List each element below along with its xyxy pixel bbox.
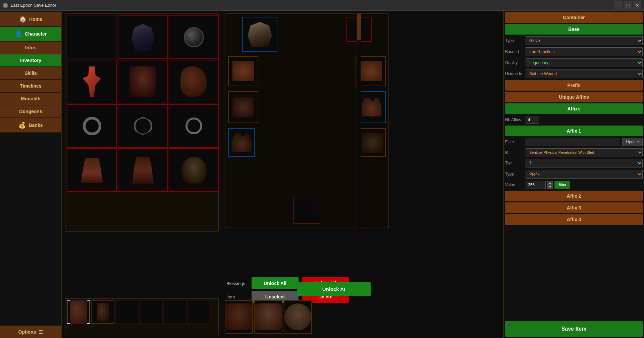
- char-slot-helm[interactable]: [242, 17, 277, 52]
- sidebar-label-home: Home: [29, 16, 42, 22]
- affix1-button[interactable]: Affix 1: [505, 126, 643, 136]
- stash-slot-5[interactable]: [187, 300, 211, 324]
- sidebar-item-inventory[interactable]: Inventory: [0, 54, 61, 67]
- char-slot-ring-r[interactable]: [359, 128, 386, 157]
- affix4-button[interactable]: Affix 4: [505, 214, 643, 225]
- boots-item: [81, 158, 103, 183]
- container-button[interactable]: Container: [505, 12, 643, 23]
- sidebar-item-dungeons[interactable]: Dungeons: [0, 105, 61, 118]
- titlebar: Last Epoch Save Editor — □ ✕: [0, 0, 644, 11]
- filter-input[interactable]: [526, 138, 620, 146]
- stash-slot-1[interactable]: [91, 300, 114, 324]
- sidebar-item-character[interactable]: 👤 Character: [0, 27, 61, 42]
- sidebar-item-monolith[interactable]: Monolith: [0, 93, 61, 105]
- item-preview-row: [225, 298, 305, 335]
- quality-select[interactable]: Legendary Unique: [526, 58, 643, 67]
- prefix-button[interactable]: Prefix: [505, 80, 643, 91]
- inv-slot-9[interactable]: [67, 148, 117, 192]
- sidebar-item-infos[interactable]: Infos: [0, 42, 61, 54]
- nb-affixs-input[interactable]: 4: [526, 116, 539, 124]
- unlock-ai-button[interactable]: Unlock AI: [297, 282, 371, 296]
- inventory-grid: [65, 14, 218, 238]
- inv-slot-0[interactable]: [67, 15, 117, 59]
- inv-slot-8[interactable]: [169, 104, 219, 148]
- base-id-label: Base Id: [505, 49, 524, 54]
- inv-slot-7[interactable]: [118, 104, 168, 148]
- value-input[interactable]: 255: [526, 181, 546, 189]
- base-id-select[interactable]: Iron Gauntlets: [526, 47, 643, 56]
- stash-slot-0[interactable]: [67, 300, 90, 324]
- tier-select[interactable]: 7 6 5: [526, 159, 643, 167]
- weapon-equipped: [232, 97, 254, 117]
- sidebar-label-character: Character: [25, 31, 47, 37]
- inv-slot-5[interactable]: [169, 60, 219, 103]
- preview-slot-2[interactable]: [284, 300, 312, 334]
- quality-label: Quality: [505, 60, 524, 65]
- helm-equipped: [247, 22, 273, 47]
- inv-slot-4[interactable]: [118, 60, 168, 103]
- scrollbar-track[interactable]: [357, 13, 361, 228]
- blessings-label: Blessings: [226, 281, 248, 286]
- inv-slot-2[interactable]: [169, 15, 219, 59]
- main-content: Blessings Unlock All Delete All Item Uns…: [62, 11, 503, 338]
- inv-slot-3[interactable]: [67, 60, 117, 103]
- inv-slot-1[interactable]: [118, 15, 168, 59]
- helm-item: [130, 24, 156, 51]
- id-label: Id: [505, 150, 524, 155]
- max-button[interactable]: Max: [554, 181, 570, 189]
- minimize-button[interactable]: —: [614, 1, 623, 9]
- save-item-button[interactable]: Save Item: [505, 321, 643, 337]
- stash-slot-3[interactable]: [139, 300, 163, 324]
- inv-slot-11[interactable]: [169, 148, 219, 192]
- type2-select[interactable]: Prefix Suffix: [526, 170, 643, 179]
- stash-slot-2[interactable]: [115, 300, 139, 324]
- unlock-ai-area: Unlock AI: [297, 282, 371, 296]
- unique-affixs-button[interactable]: Unique Affixs: [505, 92, 643, 102]
- value-control: 255 ▲ ▼ Max: [526, 181, 570, 189]
- chest-item: [129, 66, 156, 97]
- close-button[interactable]: ✕: [633, 1, 641, 9]
- preview-slot-1[interactable]: [254, 300, 282, 334]
- sidebar-item-banks[interactable]: 💰 Banks: [0, 118, 61, 133]
- orb-item: [184, 27, 204, 47]
- nb-affixs-row: Nb Affixs 4: [505, 115, 643, 125]
- stash-slot-4[interactable]: [163, 300, 187, 324]
- unique-id-select[interactable]: Salt the Wound: [526, 69, 643, 78]
- inv-slot-6[interactable]: [67, 104, 117, 148]
- inv-slot-10[interactable]: [118, 148, 168, 192]
- scrollbar-thumb[interactable]: [357, 13, 361, 40]
- axe-item: [83, 66, 101, 97]
- update-button[interactable]: Update: [622, 138, 643, 146]
- value-up-button[interactable]: ▲: [547, 181, 553, 185]
- options-button[interactable]: Options ☰: [0, 325, 61, 338]
- preview-item-2: [284, 303, 311, 330]
- ring-item-1: [83, 117, 101, 135]
- type-label: Type: [505, 38, 524, 43]
- char-slot-ring-l[interactable]: [228, 128, 255, 157]
- app-body: 🏠 Home 👤 Character Infos Inventory Skill…: [0, 11, 644, 338]
- base-button[interactable]: Base: [505, 24, 643, 35]
- id-row: Id Sentinel Physical Penetration With Bl…: [505, 148, 643, 157]
- ring-item-3: [185, 117, 202, 134]
- preview-slot-0[interactable]: [225, 300, 253, 334]
- char-slot-weapon[interactable]: [228, 91, 258, 123]
- sidebar-item-home[interactable]: 🏠 Home: [0, 12, 61, 27]
- sidebar-item-skills[interactable]: Skills: [0, 67, 61, 80]
- preview-item-1: [255, 303, 282, 330]
- sidebar-label-infos: Infos: [25, 45, 36, 50]
- right-panel: Container Base Type Glove Helmet Chest B…: [503, 11, 644, 338]
- value-down-button[interactable]: ▼: [547, 185, 553, 189]
- affix3-button[interactable]: Affix 3: [505, 202, 643, 213]
- type-select[interactable]: Glove Helmet Chest: [526, 36, 643, 45]
- value-stepper: ▲ ▼: [547, 181, 553, 189]
- char-slot-shoulder-l[interactable]: [228, 56, 258, 86]
- unlock-all-button[interactable]: Unlock All: [252, 277, 299, 289]
- id-select[interactable]: Sentinel Physical Penetration With Bled: [526, 148, 643, 156]
- sidebar-item-timelines[interactable]: Timelines: [0, 80, 61, 93]
- char-slot-offhand[interactable]: [357, 91, 386, 123]
- affix2-button[interactable]: Affix 2: [505, 191, 643, 201]
- maximize-button[interactable]: □: [624, 1, 632, 9]
- type2-label: Type: [505, 172, 524, 177]
- affixs-button[interactable]: Affixs: [505, 103, 643, 114]
- char-slot-belt[interactable]: [293, 197, 320, 224]
